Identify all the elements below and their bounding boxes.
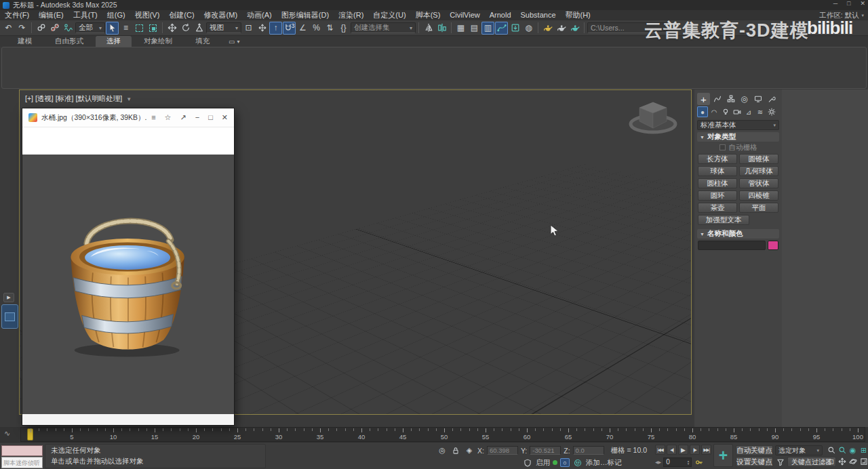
curve-editor-icon[interactable] [495, 22, 508, 35]
primitive-button[interactable]: 长方体 [698, 154, 737, 164]
menu-item[interactable]: 脚本(S) [411, 10, 446, 20]
select-and-rotate-button[interactable] [179, 22, 192, 35]
close-window-icon[interactable]: ✕ [860, 0, 865, 7]
zoom-extents-all-icon[interactable]: ⊞ [859, 445, 868, 455]
undo-icon[interactable]: ↶ [2, 22, 15, 35]
project-path-field[interactable]: C:\Users... [587, 22, 667, 33]
primitive-button[interactable]: 圆柱体 [698, 178, 737, 188]
go-to-start-button[interactable]: |◀◀ [655, 445, 665, 455]
spin-down-icon[interactable]: ▾ [688, 462, 690, 465]
ribbon-display-toggle-icon[interactable]: ▭ ▾ [229, 38, 239, 47]
mini-curve-editor-icon[interactable]: ∿ [4, 429, 10, 438]
viewer-minimize-icon[interactable]: − [195, 113, 199, 122]
rendered-frame-window-icon[interactable] [555, 22, 568, 35]
rectangular-selection-region-icon[interactable] [133, 22, 146, 35]
absolute-mode-icon[interactable]: ◈ [464, 445, 475, 455]
select-and-manipulate-icon[interactable] [256, 22, 269, 35]
object-color-swatch[interactable] [768, 241, 778, 250]
geometry-category-icon[interactable]: ● [697, 106, 708, 117]
key-mode-toggle-icon[interactable] [694, 457, 705, 467]
object-name-input[interactable] [698, 241, 766, 250]
selection-filter-dropdown[interactable]: 全部 ▾ [75, 22, 105, 33]
safe-mode-icon[interactable]: ○ [560, 458, 570, 467]
primitive-button[interactable]: 圆环 [698, 190, 737, 201]
align-icon[interactable] [435, 22, 448, 35]
create-tab-icon[interactable]: + [697, 93, 710, 105]
primitive-category-dropdown[interactable]: 标准基本体 ▾ [697, 120, 779, 130]
viewport-label-text[interactable]: [+] [透视] [标准] [默认明暗处理] [25, 94, 122, 104]
zoom-region-icon[interactable]: ⊡ [826, 456, 836, 467]
toggle-ribbon-icon[interactable]: ▥ [481, 22, 494, 35]
primitive-button[interactable]: 四棱锥 [739, 190, 778, 201]
menu-item[interactable]: 帮助(H) [561, 10, 595, 20]
current-frame-field[interactable]: 0 ▴▾ [663, 457, 692, 467]
ribbon-tab-freeform[interactable]: 自由形式 [44, 36, 94, 47]
selection-lock-icon[interactable] [450, 445, 461, 455]
ribbon-tab-object-paint[interactable]: 对象绘制 [133, 36, 183, 47]
select-by-name-button[interactable]: ≡ [119, 22, 132, 35]
menu-item[interactable]: CivilView [445, 10, 484, 20]
next-frame-button[interactable]: |▶ [690, 445, 700, 455]
spinner-snap-icon[interactable]: ⇅ [323, 22, 336, 35]
redo-icon[interactable]: ↷ [16, 22, 28, 35]
menu-item[interactable]: 修改器(M) [199, 10, 243, 20]
auto-key-button[interactable]: 自动关键点 [736, 445, 773, 455]
viewer-maximize-icon[interactable]: □ [208, 113, 213, 122]
primitive-button[interactable]: 加强型文本 [698, 215, 749, 225]
bind-to-space-warp-icon[interactable] [62, 22, 75, 35]
z-coordinate-field[interactable]: 0.0 [573, 446, 604, 455]
menu-item[interactable]: 创建(C) [164, 10, 199, 20]
shapes-category-icon[interactable]: ◠ [709, 106, 719, 117]
material-editor-icon[interactable]: ◍ [522, 22, 535, 35]
render-production-icon[interactable] [568, 22, 581, 35]
space-warps-category-icon[interactable]: ≋ [755, 106, 766, 117]
isolate-selection-icon[interactable]: ◎ [437, 445, 448, 455]
systems-category-icon[interactable] [766, 106, 777, 117]
menu-item[interactable]: 工具(T) [68, 10, 102, 20]
go-to-end-button[interactable]: ▶▶| [701, 445, 711, 455]
toggle-layer-explorer-icon[interactable]: ▤ [468, 22, 481, 35]
image-viewer-titlebar[interactable]: 水桶.jpg（390×316像素, 39KB）... ≡ ☆ ↗ − □ ✕ [22, 108, 234, 127]
viewport-layout-tab-button[interactable] [1, 304, 18, 329]
viewer-fullscreen-icon[interactable]: ↗ [180, 113, 186, 122]
mirror-icon[interactable] [422, 22, 435, 35]
render-setup-icon[interactable] [541, 22, 554, 35]
ribbon-tab-selection[interactable]: 选择 [96, 36, 132, 47]
viewer-menu-icon[interactable]: ≡ [151, 113, 155, 122]
timeline-ruler[interactable]: 5101520253035404550556065707580859095100 [20, 427, 865, 442]
macro-recorder-listener[interactable] [1, 445, 43, 456]
primitive-button[interactable]: 茶壶 [698, 203, 737, 213]
display-tab-icon[interactable] [751, 93, 764, 105]
coordinate-system-dropdown[interactable]: 视图 ▾ [206, 22, 241, 33]
key-filters-icon[interactable] [775, 457, 786, 467]
motion-tab-icon[interactable]: ◎ [738, 93, 751, 105]
toggle-scene-explorer-icon[interactable]: ▦ [454, 22, 467, 35]
select-and-scale-button[interactable] [193, 22, 205, 35]
window-crossing-toggle-icon[interactable] [146, 22, 159, 35]
x-coordinate-field[interactable]: 60.398 [487, 446, 518, 455]
pan-view-icon[interactable] [837, 456, 847, 467]
hierarchy-tab-icon[interactable] [724, 93, 737, 105]
viewer-close-icon[interactable]: ✕ [222, 113, 228, 122]
viewer-favorite-icon[interactable]: ☆ [165, 113, 172, 122]
scene-security-shield-icon[interactable] [522, 457, 533, 468]
zoom-all-icon[interactable] [837, 445, 847, 455]
key-step-icon[interactable]: ◀▶ [655, 460, 661, 464]
maximize-window-icon[interactable]: □ [847, 0, 850, 7]
maxscript-mini-listener[interactable]: 脚本迷你侦听 [1, 457, 43, 468]
name-color-rollout-header[interactable]: ▼ 名称和颜色 [697, 229, 779, 239]
select-and-link-icon[interactable] [35, 22, 47, 35]
snaps-toggle-button[interactable]: 3 [283, 22, 296, 35]
unlink-selection-icon[interactable] [48, 22, 61, 35]
use-pivot-center-icon[interactable]: ⊡ [242, 22, 255, 35]
menu-item[interactable]: 视图(V) [130, 10, 165, 20]
viewport-label[interactable]: [+] [透视] [标准] [默认明暗处理] ▼ [25, 94, 132, 104]
primitive-button[interactable]: 几何球体 [739, 166, 778, 176]
y-coordinate-field[interactable]: -30.521 [530, 446, 561, 455]
time-tag-smiley-icon[interactable] [572, 457, 583, 468]
menu-item[interactable]: 渲染(R) [334, 10, 368, 20]
cameras-category-icon[interactable] [732, 106, 743, 117]
menu-item[interactable]: 组(G) [102, 10, 130, 20]
orbit-icon[interactable] [848, 456, 858, 467]
menu-item[interactable]: 编辑(E) [34, 10, 68, 20]
